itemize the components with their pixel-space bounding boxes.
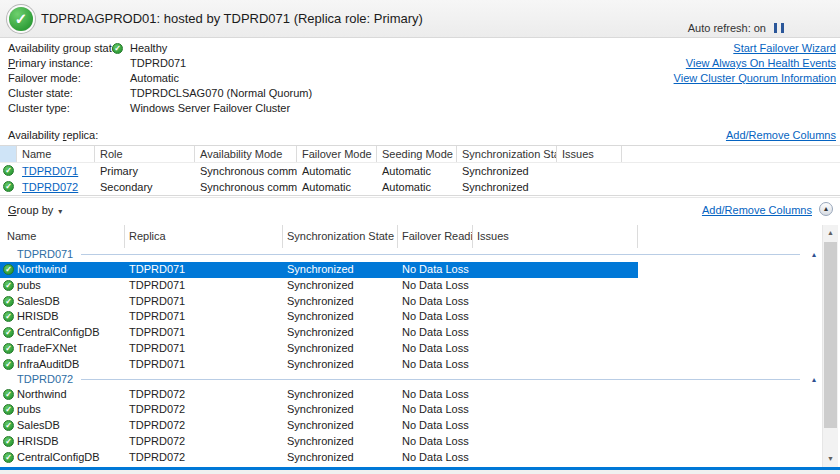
replica-row[interactable]: ✓TDPRD071PrimarySynchronous commitAutoma… — [0, 163, 840, 179]
replica-grid-header: NameRoleAvailability ModeFailover ModeSe… — [0, 146, 840, 163]
replica-name-link[interactable]: TDPRD071 — [22, 165, 78, 177]
summary-row: Availability group state:✓Healthy — [0, 41, 600, 56]
add-remove-columns-link-replica[interactable]: Add/Remove Columns — [726, 129, 836, 141]
db-row-filler — [638, 357, 822, 373]
quick-links: Start Failover Wizard View Always On Hea… — [674, 41, 836, 86]
collapse-group-icon[interactable]: ▴ — [806, 373, 822, 387]
pause-icon[interactable] — [774, 23, 784, 33]
db-cell — [473, 434, 638, 450]
summary-label: Primary instance: — [8, 56, 93, 71]
add-remove-columns-link-databases[interactable]: Add/Remove Columns — [702, 204, 812, 216]
group-by-dropdown[interactable]: Group by — [8, 204, 62, 216]
db-group-row[interactable]: TDPRD071▴ — [0, 248, 822, 262]
db-cell: TDPRD072 — [125, 387, 283, 403]
replica-row[interactable]: ✓TDPRD072SecondarySynchronous commitAuto… — [0, 179, 840, 195]
db-cell: No Data Loss — [398, 450, 473, 466]
collapse-panel-button[interactable] — [819, 202, 833, 216]
summary-value: Healthy — [130, 41, 167, 56]
status-ok-icon: ✓ — [3, 181, 14, 192]
db-cell — [473, 402, 638, 418]
status-ok-icon: ✓ — [3, 452, 14, 463]
db-row-filler — [638, 418, 822, 434]
scroll-up-button[interactable] — [823, 225, 838, 241]
db-row-main: ✓pubsTDPRD071SynchronizedNo Data Loss — [0, 278, 638, 294]
replica-cell: Primary — [95, 163, 195, 179]
db-column-header[interactable]: Name — [0, 225, 125, 248]
db-cell: Synchronized — [283, 450, 398, 466]
replica-cell — [557, 179, 622, 195]
db-row[interactable]: ✓InfraAuditDBTDPRD071SynchronizedNo Data… — [0, 357, 822, 373]
databases-toolbar: Group by Add/Remove Columns — [0, 197, 840, 224]
replica-column-header[interactable]: Failover Mode — [297, 146, 377, 162]
db-row[interactable]: ✓NorthwindTDPRD072SynchronizedNo Data Lo… — [0, 387, 822, 403]
db-row-main: ✓CentralConfigDBTDPRD071SynchronizedNo D… — [0, 325, 638, 341]
collapse-group-icon[interactable]: ▴ — [806, 248, 822, 262]
link-view-health-events[interactable]: View Always On Health Events — [674, 56, 836, 71]
db-column-header[interactable]: Replica — [125, 225, 283, 248]
replica-header-filler — [622, 146, 840, 162]
replica-section-header: Availability replica: Add/Remove Columns — [0, 127, 840, 144]
databases-grid-header: NameReplicaSynchronization StateFailover… — [0, 225, 822, 248]
db-row[interactable]: ✓TradeFXNetTDPRD071SynchronizedNo Data L… — [0, 341, 822, 357]
replica-cell: Automatic — [297, 163, 377, 179]
db-row[interactable]: ✓HRISDBTDPRD071SynchronizedNo Data Loss — [0, 309, 822, 325]
db-row-filler — [638, 325, 822, 341]
db-row-main: ✓NorthwindTDPRD072SynchronizedNo Data Lo… — [0, 387, 638, 403]
replica-column-header[interactable]: Availability Mode — [195, 146, 297, 162]
status-ok-icon: ✓ — [3, 280, 14, 291]
db-name-cell: ✓Northwind — [0, 262, 125, 278]
replica-cell: Synchronous commit — [195, 163, 297, 179]
page-title: TDPRDAGPROD01: hosted by TDPRD071 (Repli… — [41, 0, 423, 38]
db-cell: TDPRD072 — [125, 402, 283, 418]
db-column-header[interactable]: Synchronization State — [283, 225, 398, 248]
db-column-header[interactable]: Failover Readi... — [398, 225, 473, 248]
db-row[interactable]: ✓pubsTDPRD072SynchronizedNo Data Loss — [0, 402, 822, 418]
db-row-filler — [638, 434, 822, 450]
db-cell: No Data Loss — [398, 262, 473, 278]
db-group-row[interactable]: TDPRD072▴ — [0, 373, 822, 387]
vertical-scrollbar[interactable] — [822, 225, 838, 467]
db-row[interactable]: ✓HRISDBTDPRD072SynchronizedNo Data Loss — [0, 434, 822, 450]
group-separator-line — [81, 379, 800, 387]
db-row[interactable]: ✓SalesDBTDPRD072SynchronizedNo Data Loss — [0, 418, 822, 434]
replica-name-link[interactable]: TDPRD072 — [22, 181, 78, 193]
db-cell: Synchronized — [283, 357, 398, 373]
replica-cell: Automatic — [297, 179, 377, 195]
db-cell: Synchronized — [283, 341, 398, 357]
db-row-main: ✓pubsTDPRD072SynchronizedNo Data Loss — [0, 402, 638, 418]
replica-column-header[interactable]: Role — [95, 146, 195, 162]
db-cell: No Data Loss — [398, 325, 473, 341]
db-cell — [473, 387, 638, 403]
healthy-check-icon — [9, 7, 33, 31]
replica-status-cell: ✓ — [0, 163, 17, 179]
link-start-failover-wizard[interactable]: Start Failover Wizard — [674, 41, 836, 56]
db-row[interactable]: ✓CentralConfigDBTDPRD071SynchronizedNo D… — [0, 325, 822, 341]
db-header-filler — [638, 225, 822, 248]
db-row[interactable]: ✓CentralConfigDBTDPRD072SynchronizedNo D… — [0, 450, 822, 466]
db-name-cell: ✓TradeFXNet — [0, 341, 125, 357]
scrollbar-thumb[interactable] — [824, 242, 837, 428]
db-row[interactable]: ✓SalesDBTDPRD071SynchronizedNo Data Loss — [0, 294, 822, 310]
db-name-cell: ✓HRISDB — [0, 309, 125, 325]
replica-cell: Synchronized — [457, 179, 557, 195]
replica-column-header[interactable]: Name — [17, 146, 95, 162]
replica-column-header[interactable]: Synchronization State — [457, 146, 557, 162]
replica-column-header[interactable]: Seeding Mode — [377, 146, 457, 162]
db-cell: TDPRD071 — [125, 341, 283, 357]
db-name-cell: ✓pubs — [0, 402, 125, 418]
db-row[interactable]: ✓pubsTDPRD071SynchronizedNo Data Loss — [0, 278, 822, 294]
db-cell — [473, 294, 638, 310]
replica-column-header[interactable]: Issues — [557, 146, 622, 162]
db-cell — [473, 341, 638, 357]
db-cell: Synchronized — [283, 402, 398, 418]
scroll-down-button[interactable] — [823, 451, 838, 467]
db-row-main: ✓CentralConfigDBTDPRD072SynchronizedNo D… — [0, 450, 638, 466]
summary-rows: Availability group state:✓HealthyPrimary… — [0, 41, 600, 116]
db-name-cell: ✓CentralConfigDB — [0, 450, 125, 466]
db-row-filler — [638, 387, 822, 403]
link-view-quorum-info[interactable]: View Cluster Quorum Information — [674, 71, 836, 86]
db-row[interactable]: ✓NorthwindTDPRD071SynchronizedNo Data Lo… — [0, 262, 822, 278]
db-column-header[interactable]: Issues — [473, 225, 638, 248]
replica-cell: Secondary — [95, 179, 195, 195]
group-by-label: Group by — [8, 204, 53, 216]
